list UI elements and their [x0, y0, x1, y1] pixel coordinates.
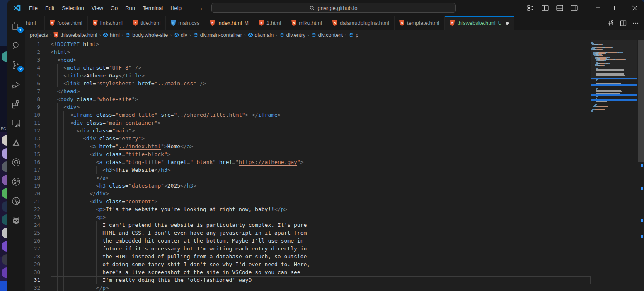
activity-item-extensions[interactable]	[10, 97, 23, 111]
code-line-6[interactable]: 6<link rel="stylesheet" href="../main.cs…	[25, 79, 591, 87]
token	[73, 96, 77, 102]
tab-links-html[interactable]: 5links.html	[88, 16, 128, 30]
code-area[interactable]: 1<!DOCTYPE html>2<html>3<head>4<meta cha…	[25, 40, 591, 291]
minimap-viewport[interactable]	[591, 40, 637, 80]
code-line-28[interactable]: 28the HTML instead of pulling from a dat…	[25, 253, 591, 260]
code-line-10[interactable]: 10<iframe class="embed-title" src="../sh…	[25, 111, 591, 119]
breadcrumb-item-body-whole-site[interactable]: body.whole-site	[125, 32, 168, 38]
tab-1-html[interactable]: 51.html	[254, 16, 286, 30]
activity-item-run-and-debug[interactable]	[10, 77, 23, 91]
breadcrumb-item-div-content[interactable]: div.content	[311, 32, 343, 38]
code-line-24[interactable]: 24I can't pretend this website is partic…	[25, 221, 591, 229]
code-line-19[interactable]: 19<h3 class="datestamp">2025</h3>	[25, 182, 591, 190]
customize-layout-icon[interactable]	[527, 5, 534, 12]
breadcrumb-item-div[interactable]: div	[174, 32, 187, 38]
code-line-11[interactable]: 11<div class="main-container">	[25, 119, 591, 127]
code-line-13[interactable]: 13<div class="entry">	[25, 135, 591, 142]
activity-item-git-graph[interactable]	[10, 175, 23, 189]
tab-template-html[interactable]: 5template.html	[395, 16, 445, 30]
minimap[interactable]	[591, 40, 637, 291]
tab-main-css[interactable]: 3main.css	[166, 16, 205, 30]
code-line-23[interactable]: 23<p>	[25, 213, 591, 221]
tab-index-html[interactable]: 5index.htmlM	[205, 16, 254, 30]
toggle-panel-icon[interactable]	[556, 5, 563, 12]
menu-help[interactable]: Help	[167, 3, 185, 13]
code-line-1[interactable]: 1<!DOCTYPE html>	[25, 40, 591, 48]
code-line-26[interactable]: 26the embedded hit counter at the bottom…	[25, 237, 591, 245]
more-actions-icon[interactable]	[632, 20, 639, 26]
menu-terminal[interactable]: Terminal	[139, 3, 167, 13]
token	[157, 112, 161, 118]
code-line-5[interactable]: 5<title>Athene.Gay</title>	[25, 72, 591, 79]
activity-item-remote-explorer[interactable]	[10, 116, 23, 130]
tab-miku-html[interactable]: 5miku.html	[286, 16, 327, 30]
nav-back-icon[interactable]: ←	[199, 4, 206, 12]
menu-go[interactable]: Go	[107, 3, 121, 13]
tab-thiswebsite-html[interactable]: 5thiswebsite.htmlU	[445, 16, 514, 30]
menu-selection[interactable]: Selection	[58, 3, 87, 13]
breadcrumb-item-html[interactable]: html	[103, 32, 120, 38]
symbol-field-icon	[248, 32, 253, 38]
code-line-17[interactable]: 17<h3>This Website</h3>	[25, 166, 591, 174]
token: "	[297, 159, 300, 165]
code-line-14[interactable]: 14<a href="../index.html">Home</a>	[25, 142, 591, 150]
code-line-20[interactable]: 20</div>	[25, 190, 591, 197]
tab-bar: html5footer.html5links.html5title.html3m…	[25, 16, 644, 30]
activity-item-triangle-logo[interactable]	[10, 136, 23, 150]
code-line-8[interactable]: 8<body class="whole-site">	[25, 95, 591, 103]
activity-item-source-control[interactable]: 2	[10, 58, 23, 72]
tab-title-html[interactable]: 5title.html	[128, 16, 166, 30]
tab-html[interactable]: html	[25, 16, 45, 30]
activity-item-gitlens[interactable]	[10, 194, 23, 208]
code-line-15[interactable]: 15<div class="title-block">	[25, 150, 591, 158]
editor-pane[interactable]: 1<!DOCTYPE html>2<html>3<head>4<meta cha…	[25, 40, 644, 291]
breadcrumb-item-div-main[interactable]: div.main	[248, 32, 274, 38]
scrollbar-slider[interactable]	[638, 40, 644, 162]
code-line-22[interactable]: 22<p>It's the website you're looking at …	[25, 205, 591, 213]
vertical-scrollbar[interactable]	[637, 40, 644, 291]
open-changes-icon[interactable]	[608, 20, 614, 26]
code-line-16[interactable]: 16<a class="blog-title" target="_blank" …	[25, 158, 591, 166]
code-line-21[interactable]: 21<div class="content">	[25, 197, 591, 205]
code-line-18[interactable]: 18</a>	[25, 174, 591, 182]
activity-item-github[interactable]	[10, 155, 23, 169]
tab-footer-html[interactable]: 5footer.html	[45, 16, 88, 30]
menu-file[interactable]: File	[25, 3, 41, 13]
code-line-27[interactable]: 27future if it's necessary but I'm writi…	[25, 245, 591, 253]
activity-item-explorer[interactable]: 1	[10, 19, 23, 33]
activity-item-godot[interactable]	[10, 214, 23, 228]
command-center-search[interactable]: gnargle.github.io	[211, 3, 456, 13]
split-editor-icon[interactable]	[620, 20, 627, 26]
breadcrumb-item-thiswebsite-html[interactable]: 5thiswebsite.html	[53, 32, 97, 38]
breadcrumb-item-div-entry[interactable]: div.entry	[279, 32, 305, 38]
toggle-primary-sidebar-icon[interactable]	[542, 5, 549, 12]
minimize-button[interactable]	[588, 0, 607, 16]
code-line-4[interactable]: 4<meta charset="UTF-8" />	[25, 64, 591, 72]
activity-item-search[interactable]	[10, 38, 23, 53]
code-line-9[interactable]: 9<div>	[25, 103, 591, 111]
menu-view[interactable]: View	[88, 3, 107, 13]
code-line-30[interactable]: 30here's a live screenshot of the site i…	[25, 268, 591, 276]
code-line-12[interactable]: 12<div class="main">	[25, 127, 591, 135]
code-line-3[interactable]: 3<head>	[25, 56, 591, 64]
breadcrumb-item-div-main-container[interactable]: div.main-container	[193, 32, 242, 38]
tab-dalamudplugins-html[interactable]: 5dalamudplugins.html	[327, 16, 395, 30]
breadcrumb-item-p[interactable]: p	[349, 32, 358, 38]
code-line-7[interactable]: 7</head>	[25, 87, 591, 95]
token: This Website	[116, 167, 155, 173]
token: "UTF-8"	[109, 65, 132, 71]
code-line-29[interactable]: 29of doing some fancy shit I don't see w…	[25, 260, 591, 268]
menu-run[interactable]: Run	[121, 3, 139, 13]
code-line-32[interactable]: 32</p>	[25, 284, 591, 291]
toggle-secondary-sidebar-icon[interactable]	[571, 5, 578, 12]
code-line-25[interactable]: 25HTML and CSS. I don't even have any ja…	[25, 229, 591, 237]
code-line-text: <a href="../index.html">Home</a>	[51, 142, 591, 150]
close-button[interactable]	[625, 0, 644, 16]
menu-edit[interactable]: Edit	[41, 3, 58, 13]
code-line-2[interactable]: 2<html>	[25, 48, 591, 56]
breadcrumb-item-projects[interactable]: projects	[30, 32, 48, 38]
code-line-31[interactable]: 31I'm really doing this the 'old-fashion…	[25, 276, 591, 284]
indent-guides	[51, 237, 102, 245]
maximize-button[interactable]	[607, 0, 625, 16]
minimize-icon	[595, 5, 600, 10]
